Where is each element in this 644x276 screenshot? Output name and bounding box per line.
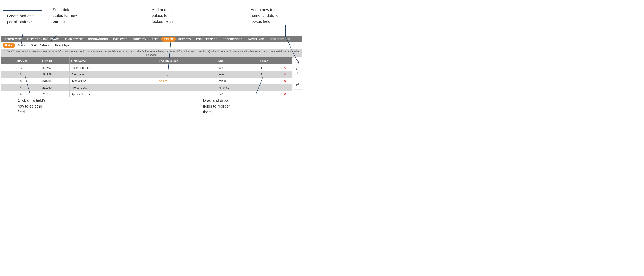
- cell-type: date1: [216, 64, 259, 71]
- table-row[interactable]: ✎291960Project Costnumeric14✕: [1, 84, 292, 91]
- th-lookup-values[interactable]: Lookup Values: [157, 57, 216, 64]
- cell-lookup-values: [157, 71, 216, 78]
- nav-inspection-dashboard[interactable]: INSPECTION DASHBOARD: [24, 36, 62, 42]
- add-text-field-button[interactable]: A: [295, 59, 301, 64]
- th-edit-view[interactable]: Edit/View: [1, 57, 40, 64]
- th-type[interactable]: Type: [216, 57, 259, 64]
- cell-order[interactable]: 5: [258, 91, 278, 97]
- callout-edit-row: Click on a field's row to edit the field: [14, 95, 54, 118]
- add-numeric-field-button[interactable]: 1 9 ↓: [295, 64, 301, 70]
- subnav-fields[interactable]: Fields: [2, 43, 15, 48]
- add-field-button[interactable]: +: [295, 70, 301, 76]
- nav-fields[interactable]: FIELDS: [161, 37, 176, 41]
- nav-permit-view[interactable]: PERMIT VIEW: [2, 36, 24, 42]
- nav-reports[interactable]: REPORTS: [176, 36, 194, 42]
- th-field-name[interactable]: Field Name: [70, 57, 157, 64]
- th-delete: [278, 57, 292, 64]
- table-row[interactable]: ✎291959Descriptiontext62✕: [1, 71, 292, 78]
- svg-point-0: [296, 78, 297, 78]
- cell-lookup-values: [157, 64, 216, 71]
- callout-line: [286, 25, 286, 36]
- add-lookup-field-button[interactable]: [295, 76, 301, 82]
- nav-property[interactable]: PROPERTY: [130, 36, 149, 42]
- nav-employee[interactable]: EMPLOYEE: [110, 36, 130, 42]
- delete-icon[interactable]: ✕: [280, 66, 290, 69]
- svg-rect-6: [296, 84, 299, 86]
- main-nav: PERMIT VIEW INSPECTION DASHBOARD PLAN RE…: [1, 36, 302, 42]
- cell-type: text6: [216, 71, 259, 78]
- cell-type: lookup3: [216, 78, 259, 84]
- cell-field-name: Applicant Name: [70, 91, 157, 97]
- nav-rest-services[interactable]: REST SERVICES: [267, 36, 292, 42]
- table-row[interactable]: ✎327403Expiration Datedate11✕: [1, 64, 292, 71]
- values-link[interactable]: Values: [159, 79, 168, 83]
- sub-nav: Fields Status Status Defaults Permit Typ…: [1, 42, 302, 48]
- callout-status: Create and edit permit statuses: [3, 10, 42, 27]
- delete-icon[interactable]: ✕: [280, 92, 290, 96]
- cell-field-id: 291960: [40, 84, 70, 91]
- pencil-icon[interactable]: ✎: [20, 86, 22, 89]
- cell-field-id: 327403: [40, 64, 70, 71]
- callout-add-field: Add a new text, numeric, date, or lookup…: [247, 4, 285, 27]
- fields-table: Edit/View Field ID Field Name Lookup Val…: [1, 57, 292, 97]
- svg-point-4: [296, 80, 297, 80]
- cell-order[interactable]: 4: [258, 84, 278, 91]
- callout-reorder: Drag and drop fields to reorder them.: [199, 95, 241, 118]
- cell-lookup-values[interactable]: Values: [157, 78, 216, 84]
- cell-field-name: Project Cost: [70, 84, 157, 91]
- cell-field-id: 348206: [40, 78, 70, 84]
- delete-icon[interactable]: ✕: [280, 73, 290, 76]
- nav-email-settings[interactable]: EMAIL SETTINGS: [194, 36, 220, 42]
- nav-parcel-map[interactable]: PARCEL MAP: [245, 36, 267, 42]
- cell-lookup-values: [157, 84, 216, 91]
- nav-fees[interactable]: FEES: [149, 36, 161, 42]
- cell-field-name: Expiration Date: [70, 64, 157, 71]
- side-toolbar: A 1 9 ↓ +: [293, 57, 302, 89]
- svg-point-2: [296, 79, 297, 79]
- disclaimer-text: ** iWorQ does not allow users to store p…: [1, 48, 302, 58]
- nav-plan-review[interactable]: PLAN REVIEW: [62, 36, 85, 42]
- cell-field-name: Type of Use: [70, 78, 157, 84]
- pencil-icon[interactable]: ✎: [20, 66, 22, 69]
- pencil-icon[interactable]: ✎: [20, 73, 22, 76]
- nav-notifications[interactable]: NOTIFICATIONS: [220, 36, 245, 42]
- delete-icon[interactable]: ✕: [280, 79, 290, 83]
- nav-contractors[interactable]: CONTRACTORS: [85, 36, 110, 42]
- th-order[interactable]: Order: [258, 57, 278, 64]
- pencil-icon[interactable]: ✎: [20, 79, 22, 83]
- subnav-status-defaults[interactable]: Status Defaults: [28, 43, 52, 48]
- subnav-status[interactable]: Status: [15, 43, 28, 48]
- delete-icon[interactable]: ✕: [280, 86, 290, 89]
- callout-status-default: Set a default status for new permits: [49, 4, 84, 27]
- cell-field-id: 291959: [40, 71, 70, 78]
- subnav-permit-type[interactable]: Permit Type: [52, 43, 72, 48]
- add-date-field-button[interactable]: [295, 82, 301, 88]
- cell-type: numeric1: [216, 84, 259, 91]
- th-field-id[interactable]: Field ID: [40, 57, 70, 64]
- table-header-row: Edit/View Field ID Field Name Lookup Val…: [1, 57, 292, 64]
- callout-lookup-values: Add and edit values for lookup fields: [148, 4, 182, 27]
- cell-order[interactable]: 2: [258, 71, 278, 78]
- table-row[interactable]: ✎348206Type of UseValueslookup33✕: [1, 78, 292, 84]
- cell-order[interactable]: 1: [258, 64, 278, 71]
- cell-field-name: Description: [70, 71, 157, 78]
